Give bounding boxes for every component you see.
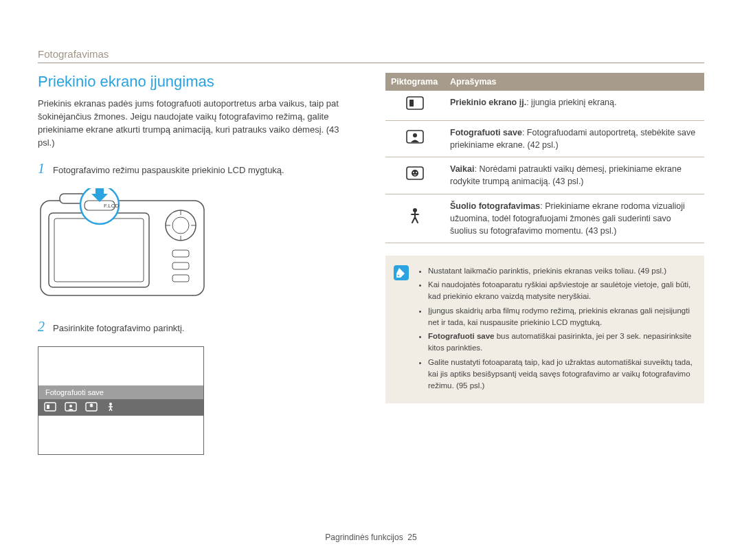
- step-2-text: Pasirinkite fotografavimo parinktį.: [53, 322, 184, 335]
- step-1: 1 Fotografavimo režimu paspauskite priek…: [38, 159, 357, 179]
- step-1-number: 1: [38, 159, 45, 179]
- step-2-number: 2: [38, 317, 45, 337]
- table-head-icon: Piktograma: [385, 73, 445, 91]
- front-lcd-on-icon: [44, 402, 56, 414]
- svg-rect-11: [172, 275, 189, 282]
- camera-figure: F.LCD: [38, 188, 357, 300]
- table-row: Šuolio fotografavimas: Priekiniame ekran…: [385, 194, 704, 243]
- svg-rect-2: [54, 219, 144, 282]
- svg-point-24: [109, 403, 112, 405]
- svg-rect-17: [47, 405, 49, 409]
- table-row: Vaikai: Norėdami patraukti vaikų dėmesį,…: [385, 157, 704, 194]
- table-desc: Priekinio ekrano įj.: įjungia priekinį e…: [445, 91, 704, 121]
- info-item: Kai naudojatės fotoaparatu ryškiai apšvi…: [428, 279, 695, 303]
- self-shot-icon: [385, 121, 445, 157]
- svg-point-22: [89, 405, 90, 405]
- left-column: Priekinio ekrano įjungimas Priekinis ekr…: [38, 73, 357, 455]
- svg-point-4: [172, 217, 189, 234]
- self-shot-icon: [65, 402, 77, 414]
- jump-shot-icon: [385, 194, 445, 243]
- page-footer: Pagrindinės funkcijos 25: [0, 533, 742, 542]
- section-header: Fotografavimas: [38, 48, 704, 60]
- info-item: Įjungus skaidrių arba filmų rodymo režim…: [428, 305, 695, 329]
- svg-rect-10: [172, 262, 189, 269]
- screen-option-row: [38, 399, 203, 416]
- info-item: Nustatant laikmačio parinktis, priekinis…: [428, 265, 695, 277]
- table-row: Fotografuoti save: Fotografuodami autopo…: [385, 121, 704, 157]
- info-item: Galite nustatyti fotoaparatą taip, kad j…: [428, 357, 695, 392]
- page-title: Priekinio ekrano įjungimas: [38, 73, 357, 91]
- step-1-text: Fotografavimo režimu paspauskite priekin…: [53, 164, 284, 177]
- svg-point-32: [416, 172, 417, 173]
- svg-point-31: [413, 172, 414, 173]
- intro-text: Priekinis ekranas padės jums fotografuot…: [38, 98, 357, 149]
- right-column: Piktograma Aprašymas Priekinio ekrano įj…: [385, 73, 704, 455]
- svg-point-19: [69, 405, 72, 407]
- svg-point-23: [92, 405, 93, 405]
- table-head-desc: Aprašymas: [445, 73, 704, 91]
- jump-shot-icon: [106, 402, 115, 414]
- children-icon: [385, 157, 445, 194]
- svg-rect-25: [407, 97, 423, 109]
- screen-figure: Fotografuoti save: [38, 346, 204, 455]
- divider: [38, 63, 704, 63]
- table-row: Priekinio ekrano įj.: įjungia priekinį e…: [385, 91, 704, 121]
- table-desc: Šuolio fotografavimas: Priekiniame ekran…: [445, 194, 704, 243]
- info-note-box: Nustatant laikmačio parinktis, priekinis…: [385, 256, 704, 404]
- svg-rect-9: [172, 250, 189, 257]
- front-lcd-on-icon: [385, 91, 445, 121]
- icon-description-table: Piktograma Aprašymas Priekinio ekrano įj…: [385, 73, 704, 243]
- step-2: 2 Pasirinkite fotografavimo parinktį.: [38, 317, 357, 337]
- info-item: Fotografuoti save bus automatiškai pasir…: [428, 331, 695, 355]
- screen-selected-label: Fotografuoti save: [38, 385, 203, 399]
- flcd-label: F.LCD: [104, 203, 119, 209]
- table-desc: Fotografuoti save: Fotografuodami autopo…: [445, 121, 704, 157]
- svg-rect-16: [45, 403, 56, 411]
- children-icon: [85, 402, 98, 414]
- note-icon: [394, 265, 409, 280]
- table-desc: Vaikai: Norėdami patraukti vaikų dėmesį,…: [445, 157, 704, 194]
- svg-point-28: [413, 133, 417, 137]
- svg-rect-26: [409, 100, 414, 107]
